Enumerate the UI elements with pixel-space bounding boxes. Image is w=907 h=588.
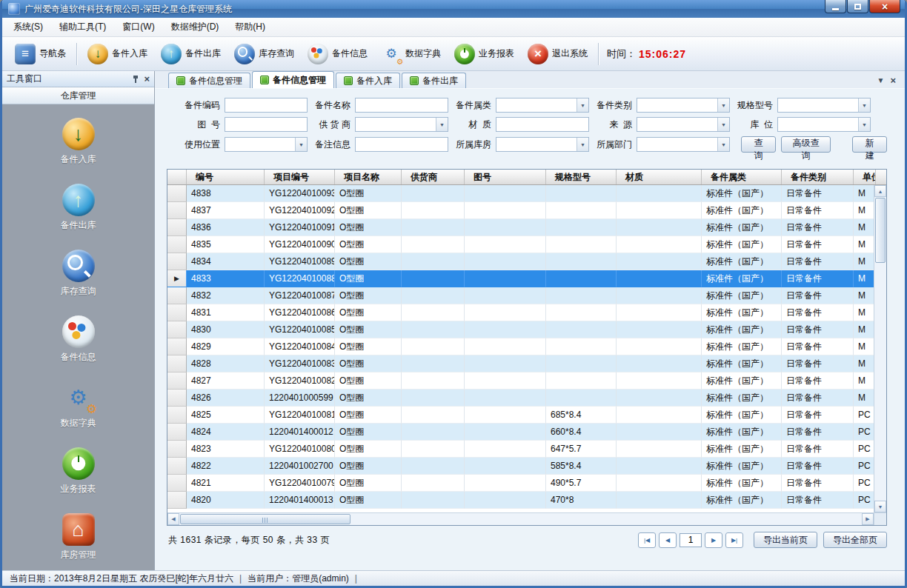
row-selector[interactable] bbox=[167, 355, 187, 372]
part-name-input[interactable] bbox=[355, 98, 448, 113]
table-row[interactable]: 4831YG12204010086O型圈标准件（国产）日常备件M bbox=[167, 304, 886, 321]
row-selector[interactable] bbox=[167, 407, 187, 424]
sidebar-item-data-dict[interactable]: ⚙数据字典 bbox=[61, 381, 96, 430]
sidebar-item-parts-out[interactable]: ↑备件出库 bbox=[61, 184, 96, 232]
table-row[interactable]: 48221220401002700O型圈585*8.4标准件（国产）日常备件PC bbox=[167, 458, 886, 475]
row-selector[interactable] bbox=[167, 219, 187, 236]
usage-position-select[interactable]: ▼ bbox=[225, 137, 308, 152]
row-selector[interactable]: ▶ bbox=[167, 270, 187, 287]
spec-model-select[interactable]: ▼ bbox=[777, 98, 871, 113]
part-code-input[interactable] bbox=[225, 98, 308, 113]
toolbar-button-navbar[interactable]: ≡导航条 bbox=[8, 41, 73, 67]
toolbar-button-parts-info[interactable]: 备件信息 bbox=[301, 41, 374, 67]
menu-item-aux-tools[interactable]: 辅助工具(T) bbox=[51, 18, 114, 36]
tab-2[interactable]: 备件信息管理 bbox=[252, 71, 334, 88]
table-row[interactable]: 4823YG12204010080O型圈647*5.7标准件（国产）日常备件PC bbox=[167, 441, 886, 458]
row-selector[interactable] bbox=[167, 321, 187, 338]
table-row[interactable]: 4828YG12204010083O型圈标准件（国产）日常备件M bbox=[167, 355, 886, 372]
part-category-select[interactable]: ▼ bbox=[496, 98, 589, 113]
row-selector[interactable] bbox=[167, 338, 187, 355]
table-row[interactable]: 4825YG12204010081O型圈685*8.4标准件（国产）日常备件PC bbox=[167, 407, 886, 424]
export-current-page-button[interactable]: 导出当前页 bbox=[754, 532, 817, 548]
vertical-scrollbar[interactable]: ▲ ▼ bbox=[874, 185, 886, 512]
source-select[interactable]: ▼ bbox=[637, 117, 730, 132]
export-all-pages-button[interactable]: 导出全部页 bbox=[823, 532, 887, 548]
row-selector[interactable] bbox=[167, 372, 187, 390]
page-number-input[interactable] bbox=[680, 533, 702, 547]
column-header[interactable]: 项目编号 bbox=[265, 170, 335, 184]
row-selector[interactable] bbox=[167, 424, 187, 441]
toolbar-button-parts-in[interactable]: ↓备件入库 bbox=[81, 41, 154, 67]
toolbar-button-inventory-query[interactable]: 库存查询 bbox=[227, 41, 301, 67]
column-header[interactable]: 规格型号 bbox=[546, 170, 617, 184]
table-row[interactable]: 4835YG12204010090O型圈标准件（国产）日常备件M bbox=[167, 236, 886, 253]
row-selector[interactable] bbox=[167, 287, 187, 304]
department-select[interactable]: ▼ bbox=[637, 137, 730, 152]
table-row[interactable]: 4834YG12204010089O型圈标准件（国产）日常备件M bbox=[167, 253, 886, 270]
tab-1[interactable]: 备件信息管理 bbox=[168, 73, 250, 88]
table-row[interactable]: 4832YG12204010087O型圈标准件（国产）日常备件M bbox=[167, 287, 886, 304]
query-button[interactable]: 查询 bbox=[741, 136, 776, 153]
toolbar-button-parts-out[interactable]: ↑备件出库 bbox=[154, 41, 227, 67]
remark-info-input[interactable] bbox=[355, 137, 448, 152]
toolbar-button-business-report[interactable]: 业务报表 bbox=[448, 41, 521, 67]
scroll-down-icon[interactable]: ▼ bbox=[874, 501, 886, 512]
scroll-right-icon[interactable]: ▶ bbox=[862, 513, 874, 525]
sidebar-item-inventory-query[interactable]: 库存查询 bbox=[61, 250, 96, 298]
row-selector[interactable] bbox=[167, 492, 187, 509]
part-type-select[interactable]: ▼ bbox=[637, 98, 730, 113]
sidebar-item-parts-in[interactable]: ↓备件入库 bbox=[61, 118, 96, 166]
horizontal-scrollbar[interactable]: ◀ ▶ bbox=[167, 512, 874, 525]
last-page-button[interactable]: ▶| bbox=[725, 532, 743, 548]
new-button[interactable]: 新建 bbox=[852, 136, 887, 153]
advanced-query-button[interactable]: 高级查询 bbox=[781, 136, 831, 153]
row-selector[interactable] bbox=[167, 236, 187, 253]
next-page-button[interactable]: ▶ bbox=[705, 532, 722, 548]
tab-list-dropdown-icon[interactable]: ▼ bbox=[877, 76, 885, 84]
table-row[interactable]: 48201220401400013O型圈470*8标准件（国产）日常备件PC bbox=[167, 492, 886, 509]
sidebar-item-parts-info[interactable]: 备件信息 bbox=[61, 315, 96, 364]
table-row[interactable]: 4838YG12204010093O型圈标准件（国产）日常备件M bbox=[167, 185, 886, 202]
row-selector[interactable] bbox=[167, 390, 187, 407]
supplier-select[interactable]: ▼ bbox=[355, 117, 448, 132]
vertical-scroll-thumb[interactable] bbox=[875, 198, 886, 263]
close-button[interactable]: × bbox=[869, 0, 900, 13]
table-row[interactable]: 48261220401000599O型圈标准件（国产）日常备件M bbox=[167, 390, 886, 407]
pin-icon[interactable] bbox=[133, 76, 139, 83]
row-selector[interactable] bbox=[167, 441, 187, 458]
column-header[interactable]: 材质 bbox=[617, 170, 702, 184]
minimize-button[interactable] bbox=[825, 0, 846, 13]
maximize-button[interactable] bbox=[847, 0, 868, 13]
material-input[interactable] bbox=[496, 117, 589, 132]
drawing-no-input[interactable] bbox=[225, 117, 308, 132]
sidebar-group-warehouse[interactable]: 仓库管理 bbox=[2, 87, 154, 104]
prev-page-button[interactable]: ◀ bbox=[659, 532, 677, 548]
sidebar-item-warehouse[interactable]: ⌂库房管理 bbox=[61, 513, 96, 561]
tab-close-icon[interactable]: × bbox=[890, 76, 896, 85]
column-header[interactable]: 供货商 bbox=[402, 170, 465, 184]
table-row[interactable]: 48241220401400012O型圈660*8.4标准件（国产）日常备件PC bbox=[167, 424, 886, 441]
sidebar-close-icon[interactable]: × bbox=[144, 74, 150, 84]
row-selector[interactable] bbox=[167, 253, 187, 270]
row-selector[interactable] bbox=[167, 475, 187, 492]
menu-item-data-maintenance[interactable]: 数据维护(D) bbox=[163, 18, 227, 36]
menu-item-help[interactable]: 帮助(H) bbox=[227, 18, 273, 36]
column-header[interactable]: 备件属类 bbox=[702, 170, 782, 184]
storage-location-select[interactable]: ▼ bbox=[777, 117, 871, 132]
first-page-button[interactable]: |◀ bbox=[638, 532, 656, 548]
column-header[interactable]: 项目名称 bbox=[335, 170, 402, 184]
scroll-left-icon[interactable]: ◀ bbox=[167, 513, 179, 525]
row-selector[interactable] bbox=[167, 458, 187, 475]
toolbar-button-data-dict[interactable]: ⚙数据字典 bbox=[374, 41, 448, 67]
table-row[interactable]: 4836YG12204010091O型圈标准件（国产）日常备件M bbox=[167, 219, 886, 236]
menu-item-window[interactable]: 窗口(W) bbox=[114, 18, 162, 36]
table-row[interactable]: 4821YG12204010079O型圈490*5.7标准件（国产）日常备件PC bbox=[167, 475, 886, 492]
column-header[interactable]: 备件类别 bbox=[782, 170, 854, 184]
row-selector[interactable] bbox=[167, 202, 187, 219]
toolbar-button-exit[interactable]: ×退出系统 bbox=[521, 41, 594, 67]
table-row[interactable]: 4837YG12204010092O型圈标准件（国产）日常备件M bbox=[167, 202, 886, 219]
scroll-up-icon[interactable]: ▲ bbox=[874, 185, 886, 197]
table-row[interactable]: 4827YG12204010082O型圈标准件（国产）日常备件M bbox=[167, 372, 886, 390]
column-header[interactable]: 单位 bbox=[854, 170, 876, 184]
table-row[interactable]: ▶4833YG12204010088O型圈标准件（国产）日常备件M bbox=[167, 270, 886, 287]
